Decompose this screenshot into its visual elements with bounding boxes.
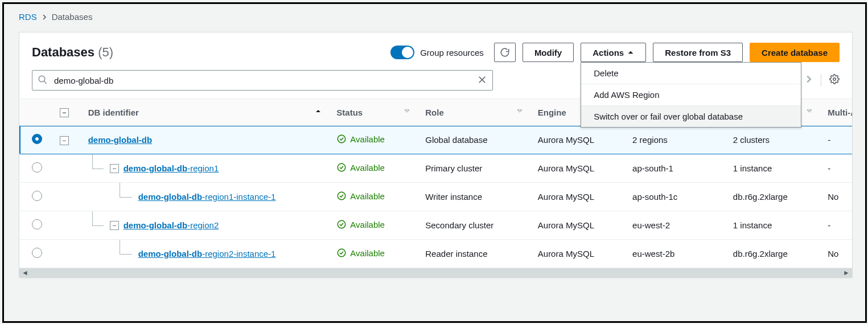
table-row[interactable]: demo-global-db-region2-instance-1Availab… [20,240,853,268]
table-row[interactable]: demo-global-db-region1-instance-1Availab… [20,183,853,211]
tree-line [92,154,104,170]
title-text: Databases [32,45,94,59]
collapse-icon[interactable]: − [110,221,119,230]
row-region-cell: eu-west-2b [627,240,727,268]
row-engine-cell: Aurora MySQL [532,183,627,211]
row-role-cell: Global database [419,126,532,154]
row-select-cell [20,126,54,154]
breadcrumb: RDS Databases [4,4,865,27]
group-resources-label: Group resources [420,48,484,58]
table-row[interactable]: −demo-global-db-region1AvailablePrimary … [20,154,853,183]
row-role-cell: Reader instance [419,240,532,268]
db-id-bold: demo-global-db [138,192,203,202]
status-badge: Available [336,219,385,229]
row-region-cell: ap-south-1 [627,154,727,183]
check-circle-icon [336,134,347,144]
db-identifier-link[interactable]: demo-global-db-region2 [124,220,219,230]
actions-menu: Delete Add AWS Region Switch over or fai… [581,62,801,128]
tree-line [120,240,132,255]
refresh-button[interactable] [494,43,516,62]
svg-point-2 [338,135,346,143]
collapse-all-icon[interactable]: − [60,108,69,117]
row-expand-cell [54,183,83,211]
svg-point-4 [338,192,346,200]
row-select-radio[interactable] [32,134,42,144]
menu-item-switchover[interactable]: Switch over or fail over global database [581,106,801,127]
search-input[interactable] [32,70,493,91]
table-row[interactable]: −demo-global-db-region2AvailableSecondar… [20,211,853,240]
gear-icon [829,74,840,84]
db-identifier-link[interactable]: demo-global-db-region2-instance-1 [138,249,276,259]
row-size-cell: 2 clusters [727,126,822,154]
row-status-cell: Available [331,211,419,240]
tree-line [92,211,104,227]
col-status[interactable]: Status [331,99,419,126]
db-id-suffix: -region2-instance-1 [202,249,275,259]
breadcrumb-root-link[interactable]: RDS [19,12,37,22]
svg-point-1 [833,78,836,81]
row-select-radio[interactable] [32,248,42,258]
row-select-cell [20,240,54,268]
db-id-bold: demo-global-db [138,249,203,259]
clear-search-button[interactable] [477,75,487,87]
row-select-radio[interactable] [32,191,42,201]
sort-asc-icon [315,108,322,114]
row-engine-cell: Aurora MySQL [532,126,627,154]
group-resources-toggle[interactable] [390,46,414,59]
collapse-icon[interactable]: − [110,164,119,173]
row-engine-cell: Aurora MySQL [532,154,627,183]
table-row[interactable]: −demo-global-dbAvailableGlobal databaseA… [20,126,853,154]
settings-button[interactable] [829,74,840,87]
row-region-cell: ap-south-1c [627,183,727,211]
col-select [20,99,54,126]
row-expand-cell [54,154,83,183]
row-expand-cell [54,211,83,240]
page-next-button[interactable] [805,75,813,85]
col-expand[interactable]: − [54,99,83,126]
svg-point-0 [39,76,45,82]
scroll-right-icon[interactable]: ► [843,269,850,277]
col-multi-az[interactable]: Multi-AZ [822,99,852,126]
actions-button[interactable]: Actions [581,43,646,62]
row-identifier-cell: −demo-global-db-region1 [83,154,331,183]
tree-line [120,183,132,198]
collapse-icon[interactable]: − [60,136,69,145]
group-resources-toggle-wrap: Group resources [390,46,484,59]
horizontal-scrollbar[interactable]: ◄ ► [19,268,852,277]
row-select-cell [20,154,54,183]
restore-button[interactable]: Restore from S3 [653,43,743,62]
row-engine-cell: Aurora MySQL [532,211,627,240]
row-identifier-cell: demo-global-db [83,126,331,154]
row-multiaz-cell: No [822,183,852,211]
row-status-cell: Available [331,240,419,268]
row-region-cell: eu-west-2 [627,211,727,240]
scroll-left-icon[interactable]: ◄ [22,269,28,277]
menu-item-delete[interactable]: Delete [581,63,801,84]
db-identifier-link[interactable]: demo-global-db [88,135,153,145]
row-size-cell: 1 instance [727,154,822,183]
svg-point-5 [338,220,346,228]
create-database-button[interactable]: Create database [750,43,840,62]
modify-button[interactable]: Modify [523,43,574,62]
row-status-cell: Available [331,183,419,211]
db-identifier-link[interactable]: demo-global-db-region1-instance-1 [138,192,276,202]
row-expand-cell [54,240,83,268]
row-region-cell: 2 regions [627,126,727,154]
db-identifier-link[interactable]: demo-global-db-region1 [124,163,219,173]
row-select-radio[interactable] [32,162,42,173]
row-multiaz-cell: - [822,154,852,183]
col-role[interactable]: Role [419,99,532,126]
databases-panel: Databases (5) Group resources Modify Act… [19,32,853,278]
row-select-radio[interactable] [32,219,42,229]
menu-item-add-region[interactable]: Add AWS Region [581,84,801,106]
row-select-cell [20,211,54,240]
db-id-bold: demo-global-db [88,135,153,145]
row-multiaz-cell: - [822,126,852,154]
row-identifier-cell: demo-global-db-region1-instance-1 [83,183,331,211]
col-db-identifier[interactable]: DB identifier [83,99,331,126]
sort-icon [516,108,523,114]
row-size-cell: db.r6g.2xlarge [727,183,822,211]
status-badge: Available [336,162,385,173]
search-wrap [32,70,493,91]
row-identifier-cell: demo-global-db-region2-instance-1 [83,240,331,268]
